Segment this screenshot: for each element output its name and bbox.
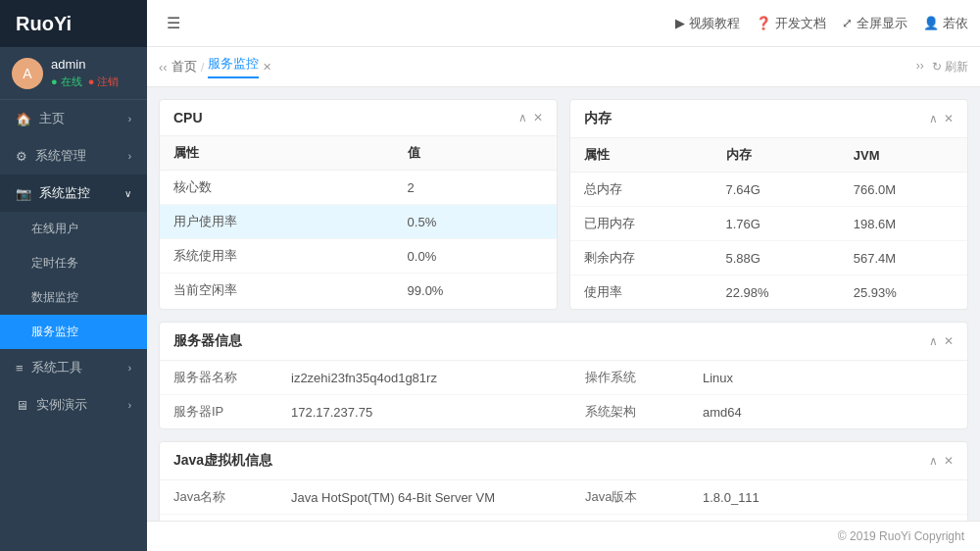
cpu-value: 2 <box>394 171 557 205</box>
cpu-value: 99.0% <box>394 274 557 308</box>
mem-attr: 总内存 <box>570 173 712 207</box>
server-table: 服务器名称iz2zehi23fn35q4od1g81rz操作系统Linux服务器… <box>160 361 967 428</box>
sidebar-item-home[interactable]: 🏠 主页 › <box>0 100 147 137</box>
table-row: 剩余内存5.88G567.4M <box>570 241 967 276</box>
sidebar-item-label: 系统监控 <box>39 184 90 202</box>
cpu-card-actions: ∧ ✕ <box>518 111 543 125</box>
memory-card-actions: ∧ ✕ <box>929 112 954 125</box>
java-label1: Java名称 <box>160 480 277 515</box>
sidebar-item-label: 主页 <box>39 110 65 127</box>
sidebar-subitem-data-monitor[interactable]: 数据监控 <box>0 280 147 315</box>
cpu-card-body: 属性 值 核心数2用户使用率0.5%系统使用率0.0%当前空闲率99.0% <box>160 136 557 307</box>
table-row: 核心数2 <box>160 171 557 205</box>
sidebar-item-label: 系统管理 <box>35 147 86 165</box>
mem-value: 22.98% <box>712 276 840 310</box>
breadcrumb-service-monitor[interactable]: 服务监控 <box>208 55 259 78</box>
sidebar-subitem-scheduled-tasks[interactable]: 定时任务 <box>0 246 147 280</box>
chevron-down-icon: ∨ <box>124 188 131 199</box>
fullscreen-button[interactable]: ⤢ 全屏显示 <box>842 15 907 32</box>
server-value2: Linux <box>689 361 967 395</box>
server-card-header: 服务器信息 ∧ ✕ <box>160 323 967 361</box>
sidebar-subitem-online-users[interactable]: 在线用户 <box>0 212 147 246</box>
tools-icon: ≡ <box>16 361 24 376</box>
mem-attr: 剩余内存 <box>570 241 712 276</box>
username-label: admin <box>51 57 119 72</box>
close-icon[interactable]: ✕ <box>533 111 543 125</box>
monitor-icon: 📷 <box>16 186 31 201</box>
mem-value: 5.88G <box>712 241 840 276</box>
sidebar-item-system-mgmt[interactable]: ⚙ 系统管理 › <box>0 137 147 175</box>
header: ☰ ▶ 视频教程 ❓ 开发文档 ⤢ 全屏显示 👤 若依 <box>147 0 980 47</box>
table-row: 用户使用率0.5% <box>160 205 557 239</box>
cpu-col-attr: 属性 <box>160 136 394 171</box>
home-icon: 🏠 <box>16 112 31 126</box>
cpu-value: 0.5% <box>394 205 557 239</box>
mem-col-jvm: JVM <box>840 138 967 173</box>
chevron-right-icon: › <box>128 114 131 125</box>
sidebar-item-system-monitor[interactable]: 📷 系统监控 ∨ <box>0 175 147 212</box>
cards-row-3: Java虚拟机信息 ∧ ✕ Java名称Java HotSpot(TM) 64-… <box>159 441 968 521</box>
java-card-title: Java虚拟机信息 <box>173 452 272 470</box>
cpu-attr: 用户使用率 <box>160 205 394 239</box>
table-row: 已用内存1.76G198.6M <box>570 207 967 241</box>
user-icon: 👤 <box>923 16 939 30</box>
mem-attr: 已用内存 <box>570 207 712 241</box>
collapse-button[interactable]: ☰ <box>159 10 188 36</box>
java-table: Java名称Java HotSpot(TM) 64-Bit Server VMJ… <box>160 480 967 521</box>
logout-status[interactable]: ● 注销 <box>88 75 120 89</box>
sidebar-subitem-service-monitor[interactable]: 服务监控 <box>0 315 147 349</box>
dev-docs-button[interactable]: ❓ 开发文档 <box>756 15 826 32</box>
sidebar-item-label: 实例演示 <box>36 396 87 414</box>
close-icon[interactable]: ✕ <box>944 112 954 125</box>
jvm-value: 25.93% <box>840 276 967 310</box>
close-icon[interactable]: ✕ <box>944 334 954 348</box>
server-value2: amd64 <box>689 395 967 429</box>
cpu-card-title: CPU <box>173 110 203 125</box>
close-icon[interactable]: ✕ <box>944 454 954 468</box>
collapse-icon[interactable]: ∧ <box>518 111 527 125</box>
nav-prev-icon[interactable]: ‹‹ <box>159 60 168 75</box>
main-area: ☰ ▶ 视频教程 ❓ 开发文档 ⤢ 全屏显示 👤 若依 ‹‹ 首页 <box>147 0 980 551</box>
jvm-value: 198.6M <box>840 207 967 241</box>
server-value1: 172.17.237.75 <box>277 395 571 429</box>
cpu-table: 属性 值 核心数2用户使用率0.5%系统使用率0.0%当前空闲率99.0% <box>160 136 557 307</box>
java-card-header: Java虚拟机信息 ∧ ✕ <box>160 442 967 480</box>
collapse-icon[interactable]: ∧ <box>929 334 938 348</box>
cpu-col-value: 值 <box>394 136 557 171</box>
table-row: 服务器名称iz2zehi23fn35q4od1g81rz操作系统Linux <box>160 361 967 395</box>
mem-col-mem: 内存 <box>712 138 840 173</box>
java-card: Java虚拟机信息 ∧ ✕ Java名称Java HotSpot(TM) 64-… <box>159 441 968 521</box>
breadcrumb-home[interactable]: 首页 <box>172 58 197 75</box>
server-value1: iz2zehi23fn35q4od1g81rz <box>277 361 571 395</box>
memory-table: 属性 内存 JVM 总内存7.64G766.0M已用内存1.76G198.6M剩… <box>570 138 967 309</box>
mem-value: 7.64G <box>712 173 840 207</box>
sidebar-item-examples[interactable]: 🖥 实例演示 › <box>0 386 147 424</box>
server-label2: 操作系统 <box>571 361 689 395</box>
server-label1: 服务器IP <box>160 395 277 429</box>
refresh-button[interactable]: ↻ 刷新 <box>932 59 968 75</box>
mem-value: 1.76G <box>712 207 840 241</box>
online-status: ● 在线 <box>51 75 82 89</box>
server-card-title: 服务器信息 <box>173 332 242 350</box>
chevron-right-icon: › <box>128 151 131 162</box>
sidebar-item-label: 系统工具 <box>31 359 82 376</box>
collapse-icon[interactable]: ∧ <box>929 112 938 125</box>
table-row: Java名称Java HotSpot(TM) 64-Bit Server VMJ… <box>160 480 967 515</box>
cpu-attr: 系统使用率 <box>160 239 394 274</box>
cpu-card-header: CPU ∧ ✕ <box>160 100 557 136</box>
cpu-card: CPU ∧ ✕ 属性 值 核心数2用户使用率0.5 <box>159 99 558 310</box>
cards-row-1: CPU ∧ ✕ 属性 值 核心数2用户使用率0.5 <box>159 99 968 310</box>
desktop-icon: 🖥 <box>16 398 28 413</box>
collapse-icon[interactable]: ∧ <box>929 454 938 468</box>
video-tutorial-button[interactable]: ▶ 视频教程 <box>675 15 740 32</box>
java-value1: Java HotSpot(TM) 64-Bit Server VM <box>277 480 571 515</box>
memory-card: 内存 ∧ ✕ 属性 内存 JVM <box>569 99 968 310</box>
memory-card-header: 内存 ∧ ✕ <box>570 100 967 138</box>
footer: © 2019 RuoYi Copyright <box>147 521 980 551</box>
breadcrumb: ‹‹ 首页 / 服务监控 ✕ <box>159 55 271 78</box>
sidebar-item-system-tools[interactable]: ≡ 系统工具 › <box>0 349 147 386</box>
user-menu-button[interactable]: 👤 若依 <box>923 15 968 32</box>
cpu-attr: 核心数 <box>160 171 394 205</box>
mem-attr: 使用率 <box>570 276 712 310</box>
nav-next-icon[interactable]: ›› <box>916 59 924 75</box>
